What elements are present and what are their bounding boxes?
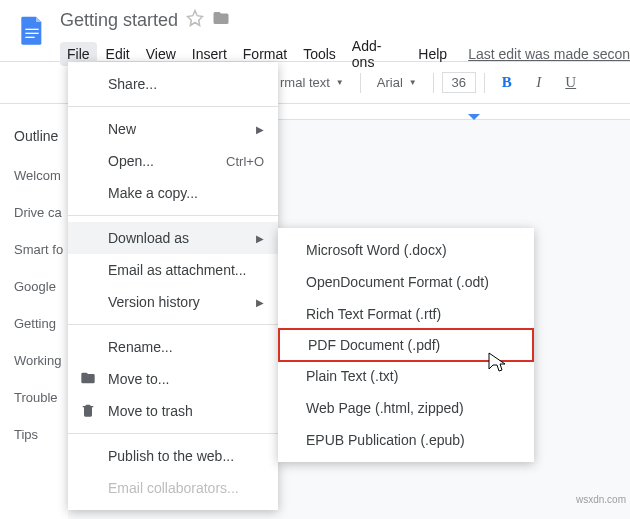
menu-rename[interactable]: Rename... (68, 331, 278, 363)
download-odt[interactable]: OpenDocument Format (.odt) (278, 266, 534, 298)
menu-open[interactable]: Open...Ctrl+O (68, 145, 278, 177)
download-txt[interactable]: Plain Text (.txt) (278, 360, 534, 392)
outline-item[interactable]: Google (14, 279, 67, 294)
menu-addons[interactable]: Add-ons (345, 34, 410, 74)
outline-item[interactable]: Drive ca (14, 205, 67, 220)
menu-move-to[interactable]: Move to... (68, 363, 278, 395)
outline-item[interactable]: Trouble (14, 390, 67, 405)
separator (68, 433, 278, 434)
menu-new[interactable]: New▶ (68, 113, 278, 145)
watermark: wsxdn.com (576, 494, 626, 505)
italic-button[interactable]: I (525, 69, 553, 97)
menu-share[interactable]: Share... (68, 68, 278, 100)
menu-publish-web[interactable]: Publish to the web... (68, 440, 278, 472)
separator (433, 73, 434, 93)
outline-item[interactable]: Welcom (14, 168, 67, 183)
outline-item[interactable]: Smart fo (14, 242, 67, 257)
font-combo[interactable]: Arial ▼ (369, 70, 425, 96)
separator (360, 73, 361, 93)
document-title[interactable]: Getting started (60, 10, 178, 31)
submenu-arrow-icon: ▶ (256, 233, 264, 244)
underline-button[interactable]: U (557, 69, 585, 97)
folder-icon[interactable] (212, 9, 230, 31)
svg-rect-2 (25, 37, 34, 38)
title-bar: Getting started File Edit View Insert Fo… (0, 0, 630, 62)
menu-download-as[interactable]: Download as▶ (68, 222, 278, 254)
folder-icon (78, 370, 98, 389)
file-dropdown: Share... New▶ Open...Ctrl+O Make a copy.… (68, 62, 278, 510)
chevron-down-icon: ▼ (409, 78, 417, 87)
download-pdf[interactable]: PDF Document (.pdf) (278, 328, 534, 362)
chevron-down-icon: ▼ (336, 78, 344, 87)
menu-version-history[interactable]: Version history▶ (68, 286, 278, 318)
trash-icon (78, 402, 98, 421)
svg-rect-0 (25, 29, 38, 30)
menu-help[interactable]: Help (411, 42, 454, 66)
separator (68, 215, 278, 216)
outline-panel: Outline Welcom Drive ca Smart fo Google … (0, 104, 68, 519)
menu-move-to-trash[interactable]: Move to trash (68, 395, 278, 427)
last-edit-link[interactable]: Last edit was made secon (468, 46, 630, 62)
font-size-input[interactable]: 36 (442, 72, 476, 93)
submenu-arrow-icon: ▶ (256, 124, 264, 135)
separator (68, 324, 278, 325)
bold-button[interactable]: B (493, 69, 521, 97)
outline-item[interactable]: Getting (14, 316, 67, 331)
menu-make-copy[interactable]: Make a copy... (68, 177, 278, 209)
paragraph-style-combo[interactable]: rmal text ▼ (272, 70, 352, 96)
separator (484, 73, 485, 93)
menu-tools[interactable]: Tools (296, 42, 343, 66)
download-rtf[interactable]: Rich Text Format (.rtf) (278, 298, 534, 330)
indent-marker-icon[interactable] (468, 114, 480, 120)
outline-item[interactable]: Working (14, 353, 67, 368)
submenu-arrow-icon: ▶ (256, 297, 264, 308)
menu-email-attachment[interactable]: Email as attachment... (68, 254, 278, 286)
docs-logo[interactable] (12, 10, 52, 50)
separator (68, 106, 278, 107)
download-docx[interactable]: Microsoft Word (.docx) (278, 234, 534, 266)
outline-item[interactable]: Tips (14, 427, 67, 442)
outline-title: Outline (14, 128, 67, 144)
font-label: Arial (377, 75, 403, 90)
download-as-submenu: Microsoft Word (.docx) OpenDocument Form… (278, 228, 534, 462)
svg-rect-1 (25, 33, 38, 34)
download-html[interactable]: Web Page (.html, zipped) (278, 392, 534, 424)
download-epub[interactable]: EPUB Publication (.epub) (278, 424, 534, 456)
paragraph-style-label: rmal text (280, 75, 330, 90)
menu-email-collaborators: Email collaborators... (68, 472, 278, 504)
star-icon[interactable] (186, 9, 204, 31)
shortcut-label: Ctrl+O (226, 154, 264, 169)
